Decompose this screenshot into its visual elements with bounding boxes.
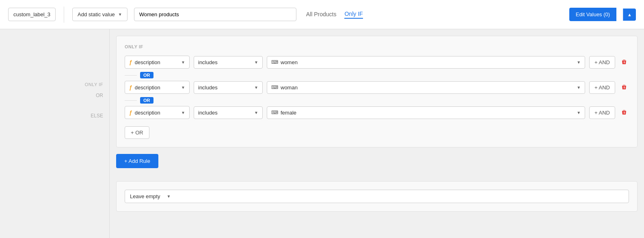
value-input[interactable] — [134, 8, 296, 21]
field-label-3: description — [135, 110, 160, 116]
includes-select-2[interactable]: includes ▼ — [194, 81, 263, 94]
field-arrow-2: ▼ — [181, 85, 185, 90]
only-if-label: ONLY IF — [125, 44, 629, 49]
delete-button-3[interactable] — [619, 108, 629, 117]
field-arrow-3: ▼ — [181, 110, 185, 115]
field-icon-1: ƒ — [129, 59, 132, 65]
includes-label-1: includes — [198, 59, 218, 65]
field-select-3[interactable]: ƒ description ▼ — [125, 106, 190, 119]
content-area: ONLY IF OR ELSE ONLY IF ƒ description ▼ … — [0, 29, 644, 238]
includes-arrow-2: ▼ — [254, 85, 258, 90]
tab-only-if[interactable]: Only IF — [344, 11, 363, 19]
and-button-2[interactable]: + AND — [589, 81, 615, 94]
value-label-2: woman — [281, 84, 298, 91]
or-line-1 — [125, 75, 137, 76]
condition-row-1: ƒ description ▼ includes ▼ ⌨ women ▼ + A… — [125, 56, 629, 69]
only-if-section: ONLY IF ƒ description ▼ includes ▼ ⌨ wom… — [116, 36, 638, 147]
else-sidebar-label: ELSE — [0, 98, 110, 119]
delete-button-2[interactable] — [619, 82, 629, 92]
or-badge-2: OR — [140, 97, 153, 104]
tab-all-products[interactable]: All Products — [306, 11, 337, 18]
or-sidebar-label: OR — [0, 87, 110, 98]
only-if-sidebar-label: ONLY IF — [0, 29, 110, 87]
else-dropdown-arrow: ▼ — [166, 194, 171, 199]
keyboard-icon-1: ⌨ — [271, 59, 278, 65]
tab-group: All Products Only IF — [306, 11, 363, 19]
value-select-2[interactable]: ⌨ woman ▼ — [267, 81, 585, 94]
field-select-1[interactable]: ƒ description ▼ — [125, 56, 190, 69]
includes-arrow-3: ▼ — [254, 110, 258, 115]
value-arrow-3: ▼ — [577, 110, 581, 115]
keyboard-icon-3: ⌨ — [271, 110, 278, 115]
or-connector-1: OR — [125, 72, 629, 78]
app-container: custom_label_3 Add static value ▼ All Pr… — [0, 0, 644, 238]
value-label-3: female — [281, 110, 296, 116]
condition-row-2: ƒ description ▼ includes ▼ ⌨ woman ▼ + A… — [125, 81, 629, 94]
sidebar-area: ONLY IF OR ELSE — [0, 29, 110, 238]
field-label-2: description — [135, 84, 160, 91]
includes-select-1[interactable]: includes ▼ — [194, 56, 263, 69]
custom-label-box: custom_label_3 — [8, 8, 56, 21]
add-rule-button[interactable]: + Add Rule — [116, 154, 158, 168]
else-dropdown-label: Leave empty — [130, 193, 160, 199]
includes-label-3: includes — [198, 110, 218, 116]
delete-icon-3 — [621, 109, 627, 116]
includes-arrow-1: ▼ — [254, 60, 258, 65]
else-section: Leave empty ▼ — [116, 181, 638, 212]
header-bar: custom_label_3 Add static value ▼ All Pr… — [0, 0, 644, 29]
sidebar-line — [109, 29, 110, 238]
dropdown-arrow-icon: ▼ — [118, 12, 122, 17]
includes-label-2: includes — [198, 84, 218, 91]
or-connector-2: OR — [125, 97, 629, 104]
field-arrow-1: ▼ — [181, 60, 185, 65]
value-arrow-1: ▼ — [577, 60, 581, 65]
value-arrow-2: ▼ — [577, 85, 581, 90]
delete-button-1[interactable] — [619, 57, 629, 67]
static-value-label: Add static value — [78, 11, 115, 17]
field-icon-2: ƒ — [129, 84, 132, 91]
field-label-1: description — [135, 59, 160, 65]
field-icon-3: ƒ — [129, 109, 132, 116]
keyboard-icon-2: ⌨ — [271, 84, 278, 90]
static-value-dropdown[interactable]: Add static value ▼ — [72, 8, 128, 21]
delete-icon-2 — [621, 84, 627, 91]
or-badge-1: OR — [140, 72, 153, 78]
value-select-1[interactable]: ⌨ women ▼ — [267, 56, 585, 69]
value-label-1: women — [281, 59, 298, 65]
right-panel: ONLY IF ƒ description ▼ includes ▼ ⌨ wom… — [110, 29, 644, 238]
field-select-2[interactable]: ƒ description ▼ — [125, 81, 190, 94]
or-line-2 — [125, 100, 137, 101]
and-button-1[interactable]: + AND — [589, 56, 615, 69]
condition-row-3: ƒ description ▼ includes ▼ ⌨ female ▼ + … — [125, 106, 629, 119]
else-dropdown[interactable]: Leave empty ▼ — [125, 190, 629, 203]
and-button-3[interactable]: + AND — [589, 106, 615, 119]
edit-values-arrow-button[interactable]: ▲ — [623, 9, 636, 21]
includes-select-3[interactable]: includes ▼ — [194, 106, 263, 119]
vertical-divider — [64, 6, 64, 23]
value-select-3[interactable]: ⌨ female ▼ — [267, 106, 585, 119]
add-or-button[interactable]: + OR — [125, 126, 149, 139]
delete-icon-1 — [621, 59, 627, 65]
edit-values-button[interactable]: Edit Values (0) — [569, 8, 616, 21]
